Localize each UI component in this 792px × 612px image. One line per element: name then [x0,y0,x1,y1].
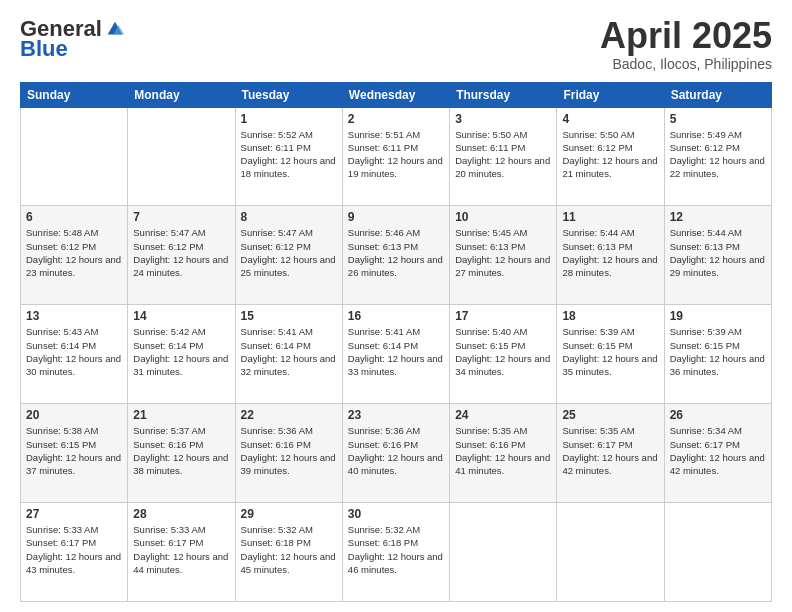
daylight-text: Daylight: 12 hours and 20 minutes. [455,155,550,179]
daylight-text: Daylight: 12 hours and 32 minutes. [241,353,336,377]
cell-info: Sunrise: 5:38 AMSunset: 6:15 PMDaylight:… [26,424,122,477]
cell-info: Sunrise: 5:32 AMSunset: 6:18 PMDaylight:… [241,523,337,576]
day-number: 9 [348,210,444,224]
sunset-text: Sunset: 6:18 PM [348,537,418,548]
daylight-text: Daylight: 12 hours and 18 minutes. [241,155,336,179]
day-number: 1 [241,112,337,126]
col-thursday: Thursday [450,82,557,107]
week-row-5: 27Sunrise: 5:33 AMSunset: 6:17 PMDayligh… [21,503,772,602]
cell-info: Sunrise: 5:41 AMSunset: 6:14 PMDaylight:… [348,325,444,378]
sunset-text: Sunset: 6:17 PM [133,537,203,548]
logo: General Blue [20,16,126,62]
daylight-text: Daylight: 12 hours and 31 minutes. [133,353,228,377]
cell-info: Sunrise: 5:47 AMSunset: 6:12 PMDaylight:… [241,226,337,279]
daylight-text: Daylight: 12 hours and 34 minutes. [455,353,550,377]
sunset-text: Sunset: 6:11 PM [455,142,525,153]
calendar-cell: 11Sunrise: 5:44 AMSunset: 6:13 PMDayligh… [557,206,664,305]
cell-info: Sunrise: 5:35 AMSunset: 6:16 PMDaylight:… [455,424,551,477]
daylight-text: Daylight: 12 hours and 35 minutes. [562,353,657,377]
calendar-cell: 18Sunrise: 5:39 AMSunset: 6:15 PMDayligh… [557,305,664,404]
calendar-cell: 9Sunrise: 5:46 AMSunset: 6:13 PMDaylight… [342,206,449,305]
day-number: 8 [241,210,337,224]
calendar-cell: 23Sunrise: 5:36 AMSunset: 6:16 PMDayligh… [342,404,449,503]
daylight-text: Daylight: 12 hours and 44 minutes. [133,551,228,575]
sunset-text: Sunset: 6:14 PM [348,340,418,351]
calendar-cell: 15Sunrise: 5:41 AMSunset: 6:14 PMDayligh… [235,305,342,404]
daylight-text: Daylight: 12 hours and 27 minutes. [455,254,550,278]
sunrise-text: Sunrise: 5:39 AM [670,326,742,337]
sunset-text: Sunset: 6:17 PM [562,439,632,450]
calendar-cell: 8Sunrise: 5:47 AMSunset: 6:12 PMDaylight… [235,206,342,305]
sunset-text: Sunset: 6:13 PM [348,241,418,252]
calendar-cell: 27Sunrise: 5:33 AMSunset: 6:17 PMDayligh… [21,503,128,602]
calendar-cell: 20Sunrise: 5:38 AMSunset: 6:15 PMDayligh… [21,404,128,503]
col-friday: Friday [557,82,664,107]
day-number: 12 [670,210,766,224]
cell-info: Sunrise: 5:49 AMSunset: 6:12 PMDaylight:… [670,128,766,181]
calendar-cell [21,107,128,206]
day-number: 3 [455,112,551,126]
calendar-cell [557,503,664,602]
daylight-text: Daylight: 12 hours and 38 minutes. [133,452,228,476]
sunrise-text: Sunrise: 5:42 AM [133,326,205,337]
calendar-cell: 4Sunrise: 5:50 AMSunset: 6:12 PMDaylight… [557,107,664,206]
sunrise-text: Sunrise: 5:34 AM [670,425,742,436]
sunrise-text: Sunrise: 5:44 AM [670,227,742,238]
logo-icon [104,18,126,40]
cell-info: Sunrise: 5:40 AMSunset: 6:15 PMDaylight:… [455,325,551,378]
sunset-text: Sunset: 6:17 PM [670,439,740,450]
day-number: 20 [26,408,122,422]
sunrise-text: Sunrise: 5:36 AM [348,425,420,436]
logo-blue-text: Blue [20,36,68,62]
day-number: 25 [562,408,658,422]
cell-info: Sunrise: 5:32 AMSunset: 6:18 PMDaylight:… [348,523,444,576]
sunrise-text: Sunrise: 5:43 AM [26,326,98,337]
cell-info: Sunrise: 5:44 AMSunset: 6:13 PMDaylight:… [670,226,766,279]
sunrise-text: Sunrise: 5:47 AM [133,227,205,238]
col-saturday: Saturday [664,82,771,107]
sunrise-text: Sunrise: 5:41 AM [348,326,420,337]
col-monday: Monday [128,82,235,107]
day-number: 27 [26,507,122,521]
calendar-cell: 12Sunrise: 5:44 AMSunset: 6:13 PMDayligh… [664,206,771,305]
calendar-cell [450,503,557,602]
week-row-2: 6Sunrise: 5:48 AMSunset: 6:12 PMDaylight… [21,206,772,305]
cell-info: Sunrise: 5:41 AMSunset: 6:14 PMDaylight:… [241,325,337,378]
sunset-text: Sunset: 6:16 PM [455,439,525,450]
daylight-text: Daylight: 12 hours and 46 minutes. [348,551,443,575]
daylight-text: Daylight: 12 hours and 42 minutes. [670,452,765,476]
sunrise-text: Sunrise: 5:49 AM [670,129,742,140]
sunset-text: Sunset: 6:16 PM [241,439,311,450]
calendar-cell: 24Sunrise: 5:35 AMSunset: 6:16 PMDayligh… [450,404,557,503]
sunset-text: Sunset: 6:15 PM [455,340,525,351]
header: General Blue April 2025 Badoc, Ilocos, P… [20,16,772,72]
calendar-cell: 19Sunrise: 5:39 AMSunset: 6:15 PMDayligh… [664,305,771,404]
location: Badoc, Ilocos, Philippines [600,56,772,72]
day-number: 23 [348,408,444,422]
sunset-text: Sunset: 6:14 PM [241,340,311,351]
week-row-1: 1Sunrise: 5:52 AMSunset: 6:11 PMDaylight… [21,107,772,206]
cell-info: Sunrise: 5:51 AMSunset: 6:11 PMDaylight:… [348,128,444,181]
sunrise-text: Sunrise: 5:52 AM [241,129,313,140]
calendar-cell: 29Sunrise: 5:32 AMSunset: 6:18 PMDayligh… [235,503,342,602]
day-number: 5 [670,112,766,126]
sunset-text: Sunset: 6:17 PM [26,537,96,548]
week-row-4: 20Sunrise: 5:38 AMSunset: 6:15 PMDayligh… [21,404,772,503]
cell-info: Sunrise: 5:50 AMSunset: 6:11 PMDaylight:… [455,128,551,181]
cell-info: Sunrise: 5:35 AMSunset: 6:17 PMDaylight:… [562,424,658,477]
calendar-cell: 16Sunrise: 5:41 AMSunset: 6:14 PMDayligh… [342,305,449,404]
col-sunday: Sunday [21,82,128,107]
sunset-text: Sunset: 6:15 PM [562,340,632,351]
sunrise-text: Sunrise: 5:50 AM [562,129,634,140]
sunrise-text: Sunrise: 5:46 AM [348,227,420,238]
sunset-text: Sunset: 6:15 PM [670,340,740,351]
daylight-text: Daylight: 12 hours and 36 minutes. [670,353,765,377]
sunrise-text: Sunrise: 5:47 AM [241,227,313,238]
calendar-cell: 2Sunrise: 5:51 AMSunset: 6:11 PMDaylight… [342,107,449,206]
sunset-text: Sunset: 6:16 PM [348,439,418,450]
sunset-text: Sunset: 6:18 PM [241,537,311,548]
cell-info: Sunrise: 5:34 AMSunset: 6:17 PMDaylight:… [670,424,766,477]
day-number: 29 [241,507,337,521]
calendar-cell: 17Sunrise: 5:40 AMSunset: 6:15 PMDayligh… [450,305,557,404]
calendar-cell: 5Sunrise: 5:49 AMSunset: 6:12 PMDaylight… [664,107,771,206]
